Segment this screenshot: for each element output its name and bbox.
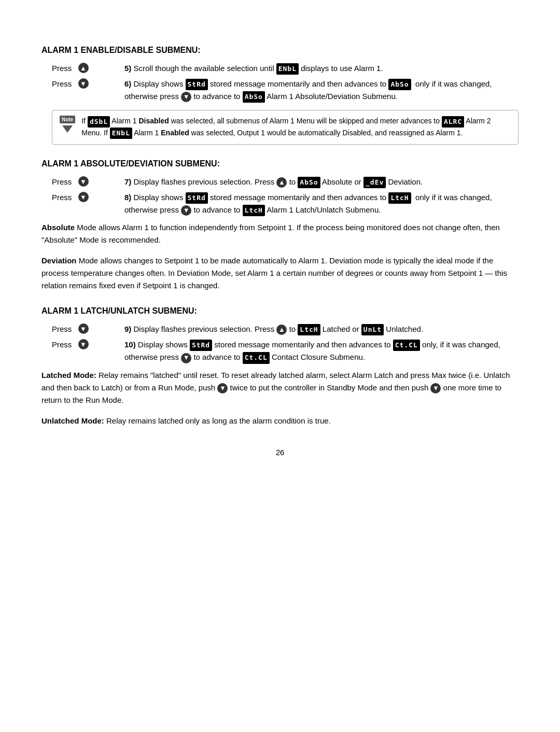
lcd-ctcl-10a: Ct.CL bbox=[393, 340, 420, 351]
down-button-7[interactable]: ▼ bbox=[78, 176, 89, 187]
alarm1-latch-title: ALARM 1 LATCH/UNLATCH SUBMENU: bbox=[41, 306, 519, 316]
lcd-abso-6a: AbSo bbox=[388, 79, 411, 90]
lcd-unlt-9: UnLt bbox=[361, 324, 384, 335]
lcd-strd-10: StRd bbox=[190, 340, 212, 351]
press-text-8: Press bbox=[52, 193, 72, 202]
down-button-6[interactable]: ▼ bbox=[78, 78, 89, 89]
note-tag: Note bbox=[60, 116, 75, 123]
press-label-7: Press ▼ bbox=[52, 176, 124, 187]
lcd-ltch-8a: LtcH bbox=[388, 192, 411, 204]
note-icon: Note bbox=[60, 116, 75, 133]
press-label-5: Press ▲ bbox=[52, 62, 124, 73]
note-arrow bbox=[62, 125, 73, 133]
unlatched-para: Unlatched Mode: Relay remains latched on… bbox=[41, 415, 519, 427]
alarm1-enable-title: ALARM 1 ENABLE/DISABLE SUBMENU: bbox=[41, 46, 519, 55]
down-btn-inline-10[interactable]: ▼ bbox=[181, 353, 191, 363]
alarm1-latch-section: ALARM 1 LATCH/UNLATCH SUBMENU: Press ▼ 9… bbox=[41, 306, 519, 427]
step-num-9: 9) bbox=[124, 325, 131, 333]
press-row-10: Press ▼ 10) Display shows StRd stored me… bbox=[41, 339, 519, 363]
down-btn-latched-1[interactable]: ▼ bbox=[217, 383, 228, 393]
down-btn-inline-8[interactable]: ▼ bbox=[181, 205, 191, 216]
press-row-5: Press ▲ 5) Scroll though the available s… bbox=[41, 62, 519, 75]
lcd-dev-7: _dEv bbox=[363, 177, 386, 188]
press-label-10: Press ▼ bbox=[52, 339, 124, 349]
press-label-6: Press ▼ bbox=[52, 78, 124, 89]
lcd-strd-8: StRd bbox=[186, 192, 208, 204]
lcd-abso-6b: AbSo bbox=[243, 91, 265, 103]
lcd-strd-6: StRd bbox=[186, 79, 208, 90]
down-button-9[interactable]: ▼ bbox=[78, 323, 89, 334]
page-number: 26 bbox=[41, 448, 519, 457]
up-button-5[interactable]: ▲ bbox=[78, 63, 89, 73]
alarm1-absolute-section: ALARM 1 ABSOLUTE/DEVIATION SUBMENU: Pres… bbox=[41, 159, 519, 292]
press-text-9: Press bbox=[52, 325, 72, 333]
latched-para: Latched Mode: Relay remains "latched" un… bbox=[41, 369, 519, 406]
press-text-7: Press bbox=[52, 177, 72, 186]
press-content-10: 10) Display shows StRd stored message mo… bbox=[124, 339, 519, 363]
press-label-8: Press ▼ bbox=[52, 191, 124, 202]
press-row-6: Press ▼ 6) Display shows StRd stored mes… bbox=[41, 78, 519, 103]
press-text-5: Press bbox=[52, 64, 72, 73]
press-text-6: Press bbox=[52, 79, 72, 88]
alarm1-absolute-title: ALARM 1 ABSOLUTE/DEVIATION SUBMENU: bbox=[41, 159, 519, 168]
step-num-8: 8) bbox=[124, 193, 131, 202]
step-num-6: 6) bbox=[124, 79, 131, 88]
press-content-9: 9) Display flashes previous selection. P… bbox=[124, 323, 519, 335]
up-btn-inline-7[interactable]: ▲ bbox=[276, 177, 287, 188]
press-text-10: Press bbox=[52, 340, 72, 349]
press-content-7: 7) Display flashes previous selection. P… bbox=[124, 176, 519, 188]
absolute-para: Absolute Mode allows Alarm 1 to function… bbox=[41, 221, 519, 246]
step-num-5: 5) bbox=[124, 64, 131, 73]
step-num-10: 10) bbox=[124, 340, 136, 349]
press-row-8: Press ▼ 8) Display shows StRd stored mes… bbox=[41, 191, 519, 216]
lcd-enbl: ENbL bbox=[276, 63, 299, 75]
press-content-6: 6) Display shows StRd stored message mom… bbox=[124, 78, 519, 103]
lcd-enbl-note: ENbL bbox=[110, 128, 132, 139]
lcd-ctcl-10b: Ct.CL bbox=[243, 352, 270, 363]
deviation-para: Deviation Mode allows changes to Setpoin… bbox=[41, 255, 519, 292]
note-text: If dSbL Alarm 1 Disabled was selected, a… bbox=[81, 116, 511, 139]
lcd-ltch-9: LtcH bbox=[298, 324, 320, 335]
up-btn-inline-9[interactable]: ▲ bbox=[276, 325, 287, 335]
lcd-abso-7: AbSo bbox=[298, 177, 320, 188]
lcd-dsbl: dSbL bbox=[88, 116, 110, 128]
down-button-10[interactable]: ▼ bbox=[78, 339, 89, 349]
lcd-alrc: ALRC bbox=[442, 116, 464, 128]
note-box-enable: Note If dSbL Alarm 1 Disabled was select… bbox=[52, 110, 519, 145]
down-btn-inline-6[interactable]: ▼ bbox=[181, 92, 191, 102]
down-button-8[interactable]: ▼ bbox=[78, 192, 89, 202]
press-content-8: 8) Display shows StRd stored message mom… bbox=[124, 191, 519, 216]
press-label-9: Press ▼ bbox=[52, 323, 124, 334]
step-num-7: 7) bbox=[124, 177, 131, 186]
press-row-9: Press ▼ 9) Display flashes previous sele… bbox=[41, 323, 519, 335]
press-row-7: Press ▼ 7) Display flashes previous sele… bbox=[41, 176, 519, 188]
lcd-ltch-8b: LtcH bbox=[243, 205, 265, 216]
alarm1-enable-section: ALARM 1 ENABLE/DISABLE SUBMENU: Press ▲ … bbox=[41, 46, 519, 145]
press-content-5: 5) Scroll though the available selection… bbox=[124, 62, 519, 75]
down-btn-latched-2[interactable]: ▼ bbox=[430, 383, 441, 393]
